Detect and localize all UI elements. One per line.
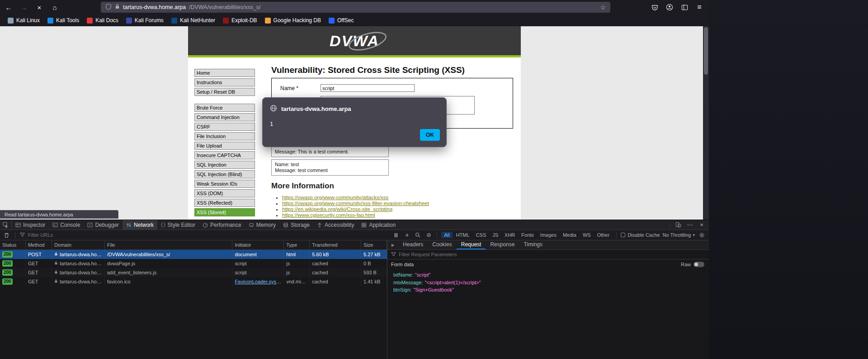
bookmark-kali-docs[interactable]: Kali Docs bbox=[84, 16, 122, 24]
menu-item-xss-stored[interactable]: XSS (Stored) bbox=[194, 208, 255, 216]
raw-toggle[interactable] bbox=[693, 262, 704, 267]
tab-network[interactable]: Network bbox=[123, 220, 157, 230]
param-row[interactable]: btnSign:"Sign+Guestbook" bbox=[393, 286, 709, 294]
cgisecurity-faq-link[interactable]: https://www.cgisecurity.com/xss-faq.html bbox=[282, 212, 375, 218]
menu-item-brute-force[interactable]: Brute Force bbox=[194, 104, 255, 112]
network-request-row[interactable]: 200 POST tartarus-dvwa.home… /DVWA/vulne… bbox=[0, 250, 387, 259]
search-icon[interactable] bbox=[414, 231, 422, 239]
tab-accessibility[interactable]: Accessibility bbox=[313, 220, 358, 230]
column-size[interactable]: Size bbox=[361, 240, 387, 249]
menu-item-file-inclusion[interactable]: File Inclusion bbox=[194, 132, 255, 140]
column-transferred[interactable]: Transferred bbox=[310, 240, 361, 249]
tab-style-editor[interactable]: { } Style Editor bbox=[157, 220, 199, 230]
forward-button[interactable]: → bbox=[18, 1, 30, 13]
network-request-row[interactable]: 200 GET tartarus-dvwa.home… add_event_li… bbox=[0, 268, 387, 277]
pick-element-icon[interactable] bbox=[0, 220, 12, 230]
column-status[interactable]: Status bbox=[0, 240, 26, 249]
home-button[interactable]: ⌂ bbox=[49, 1, 61, 13]
menu-item-sql-injection-blind[interactable]: SQL Injection (Blind) bbox=[194, 170, 255, 178]
tab-storage[interactable]: Storage bbox=[279, 220, 313, 230]
menu-item-csrf[interactable]: CSRF bbox=[194, 123, 255, 131]
name-field[interactable] bbox=[321, 84, 415, 92]
bookmark-star-icon[interactable]: ☆ bbox=[600, 4, 606, 11]
clear-requests-icon[interactable] bbox=[2, 231, 10, 239]
tab-headers[interactable]: Headers bbox=[398, 240, 428, 249]
tab-application[interactable]: Application bbox=[358, 220, 399, 230]
menu-item-home[interactable]: Home bbox=[194, 69, 255, 77]
owasp-xss-link[interactable]: https://owasp.org/www-community/attacks/… bbox=[282, 195, 388, 200]
back-button[interactable]: ← bbox=[3, 1, 14, 13]
network-request-row[interactable]: 200 GET tartarus-dvwa.home… favicon.ico … bbox=[0, 277, 387, 286]
column-method[interactable]: Method bbox=[26, 240, 52, 249]
param-row[interactable]: txtName:"script" bbox=[393, 271, 709, 279]
tab-inspector[interactable]: Inspector bbox=[12, 220, 49, 230]
menu-icon[interactable]: ≡ bbox=[693, 1, 705, 13]
menu-item-file-upload[interactable]: File Upload bbox=[194, 142, 255, 150]
filter-urls-input[interactable] bbox=[28, 232, 82, 238]
bookmark-kali-tools[interactable]: Kali Tools bbox=[44, 16, 82, 24]
column-initiator[interactable]: Initiator bbox=[232, 240, 284, 249]
bookmark-kali-nethunter[interactable]: Kali NetHunter bbox=[168, 16, 218, 24]
menu-item-setup-reset-db[interactable]: Setup / Reset DB bbox=[194, 88, 255, 96]
account-icon[interactable] bbox=[664, 1, 675, 13]
tab-request[interactable]: Request bbox=[457, 240, 486, 249]
url-bar[interactable]: tartarus-dvwa.home.arpa/DVWA/vulnerabili… bbox=[101, 2, 610, 13]
menu-item-weak-session-ids[interactable]: Weak Session IDs bbox=[194, 180, 255, 188]
filter-images[interactable]: Images bbox=[538, 232, 559, 238]
save-to-pocket-icon[interactable] bbox=[649, 1, 660, 13]
filter-all[interactable]: All bbox=[441, 232, 452, 238]
tab-cookies[interactable]: Cookies bbox=[428, 240, 456, 249]
wikipedia-xss-link[interactable]: https://en.wikipedia.org/wiki/Cross-site… bbox=[282, 206, 392, 212]
filter-fonts[interactable]: Fonts bbox=[519, 232, 537, 238]
menu-item-sql-injection[interactable]: SQL Injection bbox=[194, 161, 255, 169]
menu-item-insecure-captcha[interactable]: Insecure CAPTCHA bbox=[194, 151, 255, 159]
devtools-meatball-menu-icon[interactable]: ⋯ bbox=[685, 220, 695, 230]
sidebar-icon[interactable] bbox=[679, 1, 690, 13]
filter-xhr[interactable]: XHR bbox=[502, 232, 518, 238]
disable-cache-checkbox[interactable] bbox=[621, 233, 625, 237]
block-requests-icon[interactable]: ⊘ bbox=[425, 231, 433, 239]
ok-button[interactable]: OK bbox=[420, 129, 440, 141]
bookmark-google-hacking-db[interactable]: Google Hacking DB bbox=[262, 16, 324, 24]
responsive-design-icon[interactable] bbox=[673, 220, 683, 230]
filter-css[interactable]: CSS bbox=[473, 232, 489, 238]
owasp-filter-evasion-link[interactable]: https://owasp.org/www-community/xss-filt… bbox=[282, 201, 429, 206]
page-scrollbar[interactable] bbox=[703, 26, 709, 220]
column-domain[interactable]: Domain bbox=[52, 240, 105, 249]
menu-item-xss-dom[interactable]: XSS (DOM) bbox=[194, 189, 255, 197]
param-row[interactable]: mtxMessage:"<script>alert(1)</script>" bbox=[393, 279, 709, 287]
tab-performance[interactable]: Performance bbox=[199, 220, 245, 230]
column-file[interactable]: File bbox=[105, 240, 233, 249]
pause-recording-icon[interactable] bbox=[392, 231, 400, 239]
bookmark-kali-forums[interactable]: Kali Forums bbox=[123, 16, 167, 24]
filter-other[interactable]: Other bbox=[594, 232, 613, 238]
menu-item-xss-reflected[interactable]: XSS (Reflected) bbox=[194, 199, 255, 207]
filter-js[interactable]: JS bbox=[490, 232, 501, 238]
throttling-dropdown[interactable]: No Throttling ▾ bbox=[663, 232, 695, 238]
tab-memory[interactable]: Memory bbox=[245, 220, 279, 230]
disable-cache-control[interactable]: Disable Cache bbox=[621, 232, 660, 238]
lock-icon[interactable] bbox=[115, 4, 120, 11]
menu-item-command-injection[interactable]: Command Injection bbox=[194, 113, 255, 121]
column-type[interactable]: Type bbox=[284, 240, 310, 249]
bookmark-kali-linux[interactable]: Kali Linux bbox=[5, 16, 43, 24]
tab-timings[interactable]: Timings bbox=[519, 240, 547, 249]
shield-icon[interactable] bbox=[105, 4, 112, 11]
scrollbar-thumb[interactable] bbox=[704, 27, 708, 75]
bookmark-exploit-db[interactable]: Exploit-DB bbox=[220, 16, 260, 24]
stop-button[interactable]: × bbox=[33, 1, 45, 13]
filter-media[interactable]: Media bbox=[560, 232, 579, 238]
filter-ws[interactable]: WS bbox=[580, 232, 594, 238]
network-request-row[interactable]: 200 GET tartarus-dvwa.home… dvwaPage.js … bbox=[0, 259, 387, 268]
devtools-close-icon[interactable]: × bbox=[697, 220, 707, 230]
menu-item-instructions[interactable]: Instructions bbox=[194, 78, 255, 86]
initiator-link[interactable]: FaviconLoader.sys.mjs:1… bbox=[235, 277, 281, 286]
filter-html[interactable]: HTML bbox=[453, 232, 472, 238]
bookmark-offsec[interactable]: OffSec bbox=[326, 16, 357, 24]
network-settings-gear-icon[interactable] bbox=[698, 231, 706, 239]
filter-request-parameters-input[interactable] bbox=[399, 252, 480, 257]
tab-response[interactable]: Response bbox=[486, 240, 519, 249]
tab-debugger[interactable]: Debugger bbox=[84, 220, 123, 230]
split-pane-icon[interactable]: ▶ bbox=[387, 240, 398, 249]
tab-console[interactable]: Console bbox=[49, 220, 84, 230]
